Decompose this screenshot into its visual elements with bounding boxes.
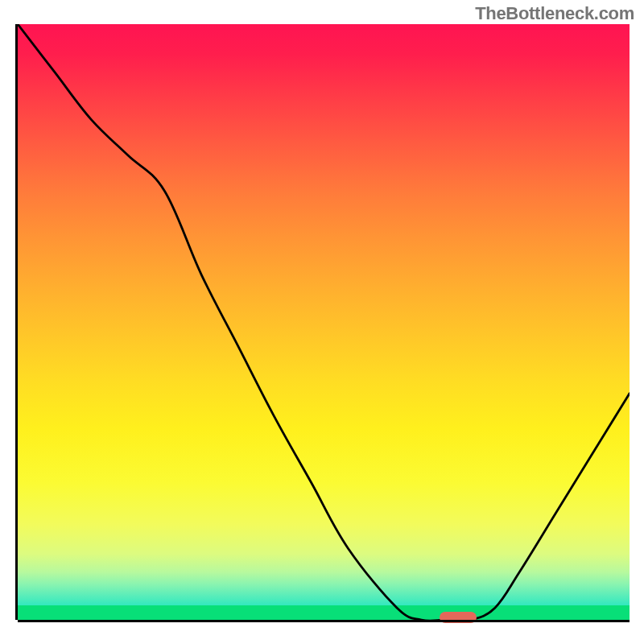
- chart-plot-area: [18, 24, 630, 620]
- y-axis: [15, 24, 18, 620]
- chart-curve: [18, 24, 630, 620]
- watermark-text: TheBottleneck.com: [475, 3, 634, 24]
- x-axis: [18, 620, 630, 622]
